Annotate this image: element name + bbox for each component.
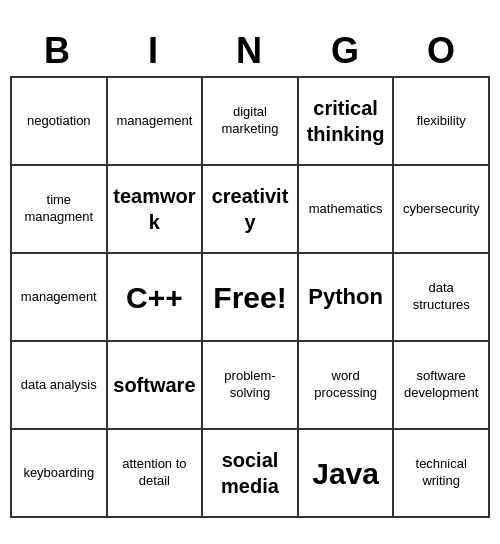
bingo-cell-20[interactable]: keyboarding bbox=[12, 430, 108, 518]
bingo-cell-15[interactable]: data analysis bbox=[12, 342, 108, 430]
cell-text-4: flexibility bbox=[417, 113, 466, 130]
cell-text-3: critical thinking bbox=[303, 95, 389, 147]
cell-text-13: Python bbox=[308, 283, 383, 312]
bingo-cell-17[interactable]: problem-solving bbox=[203, 342, 299, 430]
cell-text-16: software bbox=[113, 372, 195, 398]
cell-text-0: negotiation bbox=[27, 113, 91, 130]
cell-text-9: cybersecurity bbox=[403, 201, 480, 218]
cell-text-1: management bbox=[116, 113, 192, 130]
cell-text-22: social media bbox=[207, 447, 293, 499]
cell-text-8: mathematics bbox=[309, 201, 383, 218]
bingo-cell-13[interactable]: Python bbox=[299, 254, 395, 342]
header-letter-i: I bbox=[106, 26, 202, 76]
cell-text-7: creativity bbox=[207, 183, 293, 235]
bingo-cell-16[interactable]: software bbox=[108, 342, 204, 430]
bingo-cell-7[interactable]: creativity bbox=[203, 166, 299, 254]
cell-text-23: Java bbox=[312, 454, 379, 493]
bingo-cell-5[interactable]: time managment bbox=[12, 166, 108, 254]
bingo-header: BINGO bbox=[10, 26, 490, 76]
header-letter-b: B bbox=[10, 26, 106, 76]
cell-text-14: data structures bbox=[398, 280, 484, 314]
bingo-cell-22[interactable]: social media bbox=[203, 430, 299, 518]
bingo-cell-3[interactable]: critical thinking bbox=[299, 78, 395, 166]
cell-text-21: attention to detail bbox=[112, 456, 198, 490]
cell-text-15: data analysis bbox=[21, 377, 97, 394]
bingo-cell-23[interactable]: Java bbox=[299, 430, 395, 518]
cell-text-20: keyboarding bbox=[23, 465, 94, 482]
bingo-cell-6[interactable]: teamwork bbox=[108, 166, 204, 254]
cell-text-10: management bbox=[21, 289, 97, 306]
cell-text-5: time managment bbox=[16, 192, 102, 226]
cell-text-12: Free! bbox=[213, 278, 286, 317]
header-letter-g: G bbox=[298, 26, 394, 76]
cell-text-19: software development bbox=[398, 368, 484, 402]
bingo-cell-2[interactable]: digital marketing bbox=[203, 78, 299, 166]
cell-text-2: digital marketing bbox=[207, 104, 293, 138]
bingo-cell-12[interactable]: Free! bbox=[203, 254, 299, 342]
bingo-cell-0[interactable]: negotiation bbox=[12, 78, 108, 166]
bingo-grid: negotiationmanagementdigital marketingcr… bbox=[10, 76, 490, 518]
bingo-cell-10[interactable]: management bbox=[12, 254, 108, 342]
header-letter-n: N bbox=[202, 26, 298, 76]
header-letter-o: O bbox=[394, 26, 490, 76]
bingo-cell-19[interactable]: software development bbox=[394, 342, 490, 430]
bingo-cell-4[interactable]: flexibility bbox=[394, 78, 490, 166]
cell-text-24: technical writing bbox=[398, 456, 484, 490]
bingo-card: BINGO negotiationmanagementdigital marke… bbox=[10, 26, 490, 518]
bingo-cell-9[interactable]: cybersecurity bbox=[394, 166, 490, 254]
bingo-cell-14[interactable]: data structures bbox=[394, 254, 490, 342]
bingo-cell-18[interactable]: word processing bbox=[299, 342, 395, 430]
cell-text-18: word processing bbox=[303, 368, 389, 402]
cell-text-6: teamwork bbox=[112, 183, 198, 235]
bingo-cell-24[interactable]: technical writing bbox=[394, 430, 490, 518]
cell-text-11: C++ bbox=[126, 278, 183, 317]
bingo-cell-21[interactable]: attention to detail bbox=[108, 430, 204, 518]
cell-text-17: problem-solving bbox=[207, 368, 293, 402]
bingo-cell-1[interactable]: management bbox=[108, 78, 204, 166]
bingo-cell-8[interactable]: mathematics bbox=[299, 166, 395, 254]
bingo-cell-11[interactable]: C++ bbox=[108, 254, 204, 342]
